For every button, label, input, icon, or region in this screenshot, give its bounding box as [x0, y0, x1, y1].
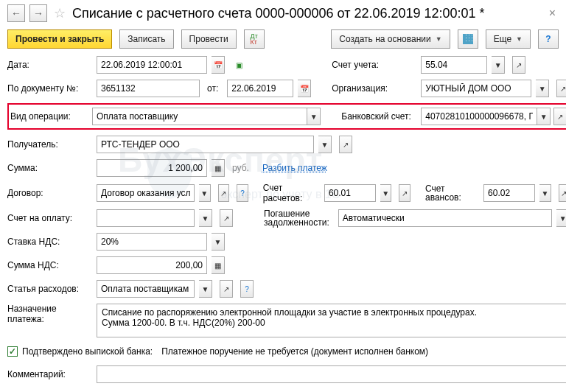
debtrepay-input[interactable]: [338, 209, 552, 227]
sum-calc-button[interactable]: ▦: [212, 159, 225, 177]
advanceacc-input[interactable]: [483, 184, 535, 202]
account-label: Счет учета:: [332, 60, 416, 70]
create-based-button[interactable]: Создать на основании▼: [331, 29, 450, 49]
save-button[interactable]: Записать: [119, 29, 173, 49]
advanceacc-label: Счет авансов:: [425, 184, 475, 202]
vatsum-input[interactable]: [97, 256, 207, 274]
organization-open-button[interactable]: ↗: [556, 80, 566, 97]
purpose-label: Назначениеплатежа:: [7, 304, 92, 324]
document-title: Списание с расчетного счета 0000-000006 …: [72, 6, 542, 21]
settleacc-dropdown-button[interactable]: ▼: [380, 184, 392, 202]
vatsum-label: Сумма НДС:: [7, 260, 92, 270]
recipient-open-button[interactable]: ↗: [339, 136, 352, 153]
dtkt-button[interactable]: ДтКт: [244, 29, 265, 49]
date-calendar-button[interactable]: 📅: [212, 56, 225, 74]
post-and-close-button[interactable]: Провести и закрыть: [7, 29, 112, 49]
date-input[interactable]: [97, 56, 207, 74]
related-icon: [463, 34, 473, 44]
settleacc-open-button[interactable]: ↗: [399, 184, 410, 202]
comment-label: Комментарий:: [7, 369, 92, 379]
save-label: Записать: [127, 34, 165, 44]
confirmed-checkbox[interactable]: ✓: [7, 346, 18, 357]
nav-back-button[interactable]: ←: [7, 4, 25, 22]
vatrate-input[interactable]: [97, 233, 207, 251]
vatrate-label: Ставка НДС:: [7, 237, 92, 247]
contract-label: Договор:: [7, 188, 92, 198]
optype-label: Вид операции:: [10, 111, 92, 122]
optype-input[interactable]: [92, 108, 307, 125]
bankaccount-label: Банковский счет:: [341, 111, 421, 122]
recipient-dropdown-button[interactable]: ▼: [318, 136, 332, 153]
bankaccount-dropdown-button[interactable]: ▼: [537, 108, 551, 125]
contract-help-button[interactable]: ?: [237, 184, 248, 202]
recipient-label: Получатель:: [7, 139, 92, 150]
bankaccount-open-button[interactable]: ↗: [553, 108, 566, 125]
nav-forward-button[interactable]: →: [29, 4, 47, 22]
from-prefix: от:: [207, 83, 218, 94]
sum-label: Сумма:: [7, 163, 92, 173]
bankaccount-input[interactable]: [421, 108, 537, 125]
advanceacc-open-button[interactable]: ↗: [559, 184, 566, 202]
organization-input[interactable]: [421, 80, 531, 97]
settleacc-label: Счет расчетов:: [263, 183, 315, 203]
expense-open-button[interactable]: ↗: [220, 280, 233, 298]
contract-dropdown-button[interactable]: ▼: [199, 184, 211, 202]
split-payment-link[interactable]: Разбить платеж: [262, 163, 327, 173]
account-open-button[interactable]: ↗: [512, 56, 525, 74]
settleacc-input[interactable]: [324, 184, 376, 202]
dtkt-icon: ДтКт: [251, 33, 258, 45]
purpose-textarea[interactable]: [97, 304, 566, 337]
more-label: Еще: [494, 34, 511, 44]
expense-label: Статья расходов:: [7, 284, 92, 294]
help-icon: ?: [545, 34, 551, 44]
vatsum-calc-button[interactable]: ▦: [212, 256, 225, 274]
vatrate-dropdown-button[interactable]: ▼: [212, 233, 225, 251]
contract-input[interactable]: [97, 184, 195, 202]
operation-type-row: Вид операции: ▼ Банковский счет: ▼ ↗: [7, 103, 566, 130]
post-and-close-label: Провести и закрыть: [15, 34, 104, 44]
confirmed-note: Платежное поручение не требуется (докуме…: [161, 346, 428, 357]
favorite-star-icon[interactable]: ☆: [52, 5, 68, 21]
invoice-label: Счет на оплату:: [7, 213, 92, 223]
sum-input[interactable]: [97, 159, 207, 177]
docno-input[interactable]: [97, 80, 200, 97]
help-button[interactable]: ?: [538, 29, 559, 49]
date-label: Дата:: [7, 60, 92, 70]
docdate-calendar-button[interactable]: 📅: [298, 80, 311, 97]
date-action-button[interactable]: ▣: [232, 56, 245, 74]
account-dropdown-button[interactable]: ▼: [492, 56, 505, 74]
invoice-input[interactable]: [97, 209, 195, 227]
optype-dropdown-button[interactable]: ▼: [307, 108, 321, 125]
create-based-label: Создать на основании: [339, 34, 431, 44]
confirmed-label: Подтверждено выпиской банка:: [22, 346, 153, 357]
docno-label: По документу №:: [7, 83, 92, 94]
advanceacc-dropdown-button[interactable]: ▼: [539, 184, 551, 202]
comment-input[interactable]: [97, 365, 566, 383]
related-button[interactable]: [458, 29, 478, 49]
post-label: Провести: [189, 34, 228, 44]
expense-help-button[interactable]: ?: [240, 280, 254, 298]
expense-input[interactable]: [97, 280, 195, 298]
organization-label: Организация:: [332, 83, 416, 94]
recipient-input[interactable]: [97, 136, 314, 153]
contract-open-button[interactable]: ↗: [218, 184, 230, 202]
debtrepay-label: Погашениезадолженности:: [264, 209, 329, 227]
docdate-input[interactable]: [227, 80, 293, 97]
invoice-dropdown-button[interactable]: ▼: [199, 209, 212, 227]
close-button[interactable]: ×: [546, 7, 559, 20]
more-button[interactable]: Еще▼: [486, 29, 531, 49]
expense-dropdown-button[interactable]: ▼: [199, 280, 212, 298]
invoice-open-button[interactable]: ↗: [220, 209, 233, 227]
currency-label: руб.: [232, 163, 249, 173]
post-button[interactable]: Провести: [181, 29, 237, 49]
organization-dropdown-button[interactable]: ▼: [536, 80, 549, 97]
account-input[interactable]: [421, 56, 487, 74]
debtrepay-dropdown-button[interactable]: ▼: [556, 209, 566, 227]
